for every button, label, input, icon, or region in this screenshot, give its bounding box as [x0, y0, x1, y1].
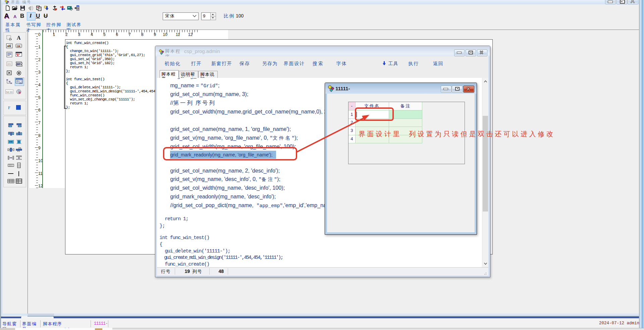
- svg-text:OK: OK: [17, 45, 21, 48]
- svg-text:abc: abc: [19, 82, 22, 84]
- svg-text:A: A: [17, 35, 21, 40]
- svg-text:F: F: [8, 105, 10, 110]
- svg-text:ab: ab: [7, 44, 11, 48]
- svg-text:58:39: 58:39: [6, 91, 13, 94]
- svg-text:abc: abc: [7, 63, 11, 65]
